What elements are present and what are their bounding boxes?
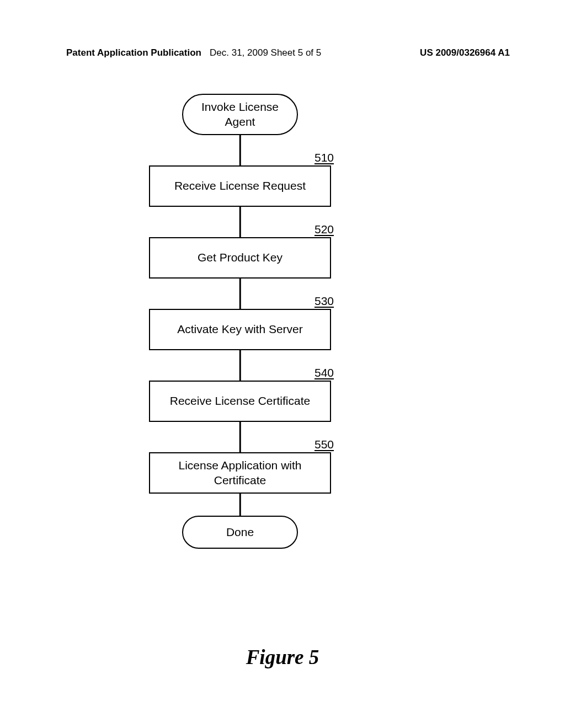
step-reference: 520 — [315, 223, 334, 236]
header-publication-number: US 2009/0326964 A1 — [420, 47, 510, 58]
flow-line — [239, 422, 241, 452]
flow-line — [239, 494, 241, 516]
connector: 520 — [149, 207, 331, 237]
step-reference: 550 — [315, 438, 334, 451]
terminal-start-label: Invoke License Agent — [201, 100, 279, 129]
flow-line — [239, 135, 241, 165]
process-step: Receive License Request — [149, 165, 331, 207]
page-header: Patent Application Publication Dec. 31, … — [0, 47, 565, 58]
process-label: Activate Key with Server — [177, 322, 303, 336]
flowchart: Invoke License Agent 510 Receive License… — [149, 94, 331, 549]
flow-line — [239, 279, 241, 309]
process-step: Receive License Certificate — [149, 381, 331, 422]
header-date-sheet: Dec. 31, 2009 Sheet 5 of 5 — [210, 47, 321, 58]
figure-title: Figure 5 — [0, 645, 565, 669]
step-reference: 530 — [315, 295, 334, 308]
terminal-end-label: Done — [226, 526, 254, 539]
process-step: Activate Key with Server — [149, 309, 331, 350]
process-step: Get Product Key — [149, 237, 331, 279]
terminal-start: Invoke License Agent — [182, 94, 298, 135]
process-label: Receive License Request — [174, 179, 306, 193]
connector: 540 — [149, 350, 331, 381]
connector: 510 — [149, 135, 331, 165]
process-label: Receive License Certificate — [170, 394, 310, 408]
connector — [149, 494, 331, 516]
step-reference: 510 — [315, 151, 334, 164]
terminal-end: Done — [182, 516, 298, 549]
header-publication-type: Patent Application Publication — [66, 47, 201, 58]
step-reference: 540 — [315, 366, 334, 379]
connector: 530 — [149, 279, 331, 309]
process-step: License Application with Certificate — [149, 452, 331, 494]
process-label: Get Product Key — [198, 250, 282, 265]
connector: 550 — [149, 422, 331, 452]
flow-line — [239, 350, 241, 381]
process-label: License Application with Certificate — [179, 458, 302, 488]
flow-line — [239, 207, 241, 237]
